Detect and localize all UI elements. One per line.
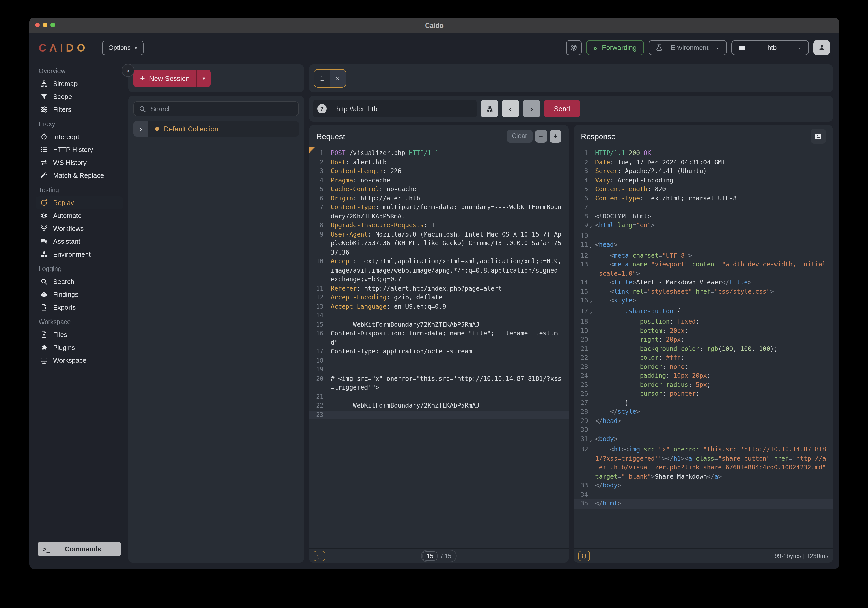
sidebar-item-workspace[interactable]: Workspace (36, 354, 123, 367)
sidebar-item-search[interactable]: Search (36, 275, 123, 288)
options-button[interactable]: Options ▾ (102, 40, 144, 55)
account-button[interactable] (814, 40, 830, 55)
code-line: 20# <img src="x" onerror="this.src='http… (309, 374, 569, 392)
line-number: 16 (309, 329, 324, 347)
workflow-icon (40, 224, 48, 233)
code-text: padding: 10px 20px; (595, 372, 827, 380)
fold-spacer (324, 194, 329, 203)
render-preview-button[interactable] (811, 129, 826, 144)
send-button[interactable]: Send (544, 100, 580, 118)
sidebar-item-sitemap[interactable]: Sitemap (36, 77, 123, 90)
sidebar-item-ws-history[interactable]: WS History (36, 156, 123, 169)
code-text: Cache-Control: no-cache (331, 185, 563, 194)
fold-spacer (588, 408, 593, 417)
fold-indicator[interactable]: v (588, 296, 593, 307)
response-editor[interactable]: 1HTTP/1.1 200 OK2Date: Tue, 17 Dec 2024 … (574, 147, 833, 548)
tab-label[interactable]: 1 (314, 70, 330, 87)
history-current[interactable]: 15 (422, 551, 438, 560)
browser-button[interactable] (566, 40, 581, 55)
project-dropdown[interactable]: htb ⌄ (732, 40, 809, 55)
history-counter[interactable]: 15 / 15 (421, 549, 457, 562)
edited-marker (309, 147, 315, 153)
app-header: CΛIDO Options ▾ » Forwarding Environment… (29, 33, 839, 62)
url-bar: ? http://alert.htb ‹ › Send (309, 96, 833, 122)
line-number: 20 (309, 374, 324, 392)
prettify-button[interactable]: {} (314, 551, 325, 561)
code-line: 28 </style> (574, 408, 833, 417)
code-text: </html> (595, 499, 827, 508)
fold-indicator[interactable]: v (588, 307, 593, 317)
sidebar-item-match-replace[interactable]: Match & Replace (36, 169, 123, 182)
code-text: ------WebKitFormBoundary72KhZTEKAbP5RmAJ (331, 320, 563, 329)
sidebar-item-plugins[interactable]: Plugins (36, 341, 123, 354)
url-value[interactable]: http://alert.htb (336, 105, 377, 113)
history-back-button[interactable]: ‹ (502, 100, 519, 118)
sidebar-item-files[interactable]: Files (36, 328, 123, 341)
code-line: 9User-Agent: Mozilla/5.0 (Macintosh; Int… (309, 230, 569, 257)
sidebar-item-findings[interactable]: Findings (36, 288, 123, 301)
connection-settings-button[interactable] (480, 100, 498, 118)
history-forward-button[interactable]: › (523, 100, 540, 118)
new-session-main[interactable]: + New Session (133, 70, 196, 87)
fold-spacer (324, 203, 329, 221)
sidebar-item-scope[interactable]: Scope (36, 90, 123, 103)
fold-indicator[interactable]: v (588, 240, 593, 251)
line-number: 8 (309, 221, 324, 230)
close-window-button[interactable] (35, 23, 40, 27)
code-line: 7 (574, 203, 833, 212)
request-editor[interactable]: 1POST /visualizer.php HTTP/1.12Host: ale… (309, 147, 569, 548)
window-controls[interactable] (35, 23, 55, 27)
sidebar-item-workflows[interactable]: Workflows (36, 222, 123, 235)
font-decrease-button[interactable]: − (535, 130, 547, 143)
code-text: Upgrade-Insecure-Requests: 1 (331, 221, 563, 230)
sidebar-item-exports[interactable]: Exports (36, 301, 123, 314)
fold-indicator[interactable]: v (588, 434, 593, 445)
session-tab-1[interactable]: 1 × (314, 69, 346, 88)
sidebar-section-label: Workspace (39, 318, 123, 326)
editors-row: Request Clear − + 1POST /visualizer.php … (309, 125, 833, 563)
code-line: 24 padding: 10px 20px; (574, 372, 833, 380)
fold-indicator[interactable]: v (588, 221, 593, 232)
minimize-window-button[interactable] (43, 23, 47, 27)
line-number: 21 (574, 344, 588, 354)
fold-spacer (324, 221, 329, 230)
line-number: 10 (309, 257, 324, 284)
sidebar-item-assistant[interactable]: Assistant (36, 235, 123, 248)
collection-row[interactable]: › Default Collection (133, 121, 299, 136)
help-icon[interactable]: ? (317, 104, 327, 113)
request-header-buttons: Clear − + (507, 130, 561, 143)
fold-spacer (588, 417, 593, 426)
sidebar-item-automate[interactable]: Automate (36, 209, 123, 222)
sidebar-item-replay[interactable]: Replay (36, 196, 123, 209)
sidebar-item-label: Assistant (53, 237, 81, 245)
font-increase-button[interactable]: + (549, 130, 561, 143)
prettify-button[interactable]: {} (578, 551, 590, 561)
sidebar-item-environment[interactable]: Environment (36, 248, 123, 261)
fold-spacer (324, 185, 329, 194)
sidebar-collapse-button[interactable]: « (122, 64, 135, 77)
sidebar-item-http-history[interactable]: HTTP History (36, 143, 123, 156)
url-input[interactable]: ? http://alert.htb (313, 100, 477, 118)
code-text: Server: Apache/2.4.41 (Ubuntu) (595, 167, 827, 176)
environment-dropdown[interactable]: Environment ⌄ (649, 40, 727, 55)
sidebar-item-intercept[interactable]: Intercept (36, 130, 123, 143)
fold-spacer (588, 445, 593, 481)
new-session-button[interactable]: + New Session ▾ (133, 70, 211, 87)
code-line: 5Content-Length: 820 (574, 185, 833, 194)
commands-button[interactable]: >_ Commands (37, 541, 121, 557)
clear-button[interactable]: Clear (507, 130, 532, 143)
line-number: 9 (574, 221, 588, 232)
collection-expand-button[interactable]: › (133, 121, 148, 136)
code-line: 13 <meta name="viewport" content="width=… (574, 260, 833, 278)
zoom-window-button[interactable] (51, 23, 55, 27)
sidebar-sections: OverviewSitemapScopeFiltersProxyIntercep… (36, 65, 123, 367)
session-search-input[interactable]: Search... (133, 101, 299, 116)
forwarding-button[interactable]: » Forwarding (586, 40, 644, 55)
new-session-caret-button[interactable]: ▾ (197, 70, 211, 87)
window-title: Caido (425, 22, 443, 29)
tab-close-button[interactable]: × (330, 70, 346, 87)
sidebar-section-label: Logging (39, 265, 123, 273)
code-line: 10 (574, 232, 833, 240)
sidebar-item-filters[interactable]: Filters (36, 103, 123, 116)
code-line: 1HTTP/1.1 200 OK (574, 149, 833, 158)
